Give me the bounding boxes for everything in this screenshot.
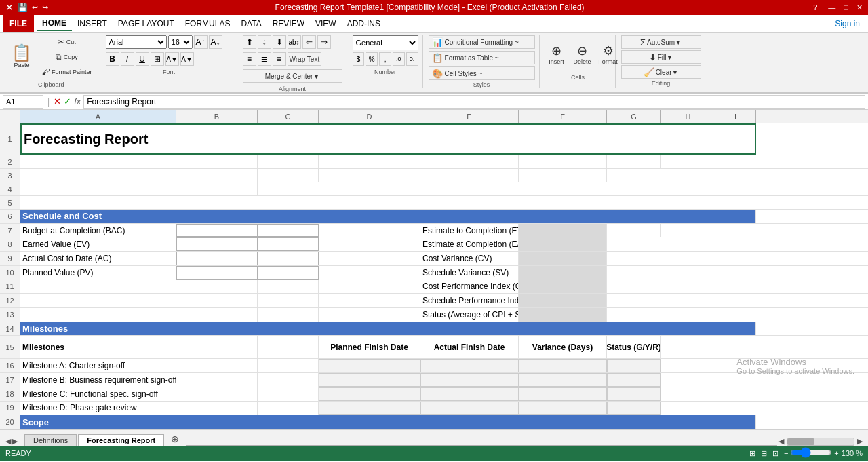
- cell-e15[interactable]: Actual Finish Date: [420, 336, 519, 358]
- cell-e8[interactable]: Estimate at Completion (EAC): [420, 237, 519, 251]
- comma-button[interactable]: ,: [379, 52, 391, 66]
- format-cells-button[interactable]: ⚙ Format: [597, 35, 620, 73]
- cell-a7[interactable]: Budget at Completion (BAC): [20, 224, 176, 237]
- cell-e2[interactable]: [420, 155, 519, 168]
- cell-a19[interactable]: Milestone D: Phase gate review: [20, 402, 176, 415]
- col-header-e[interactable]: E: [420, 110, 519, 123]
- format-painter-button[interactable]: 🖌Format Painter: [38, 65, 96, 79]
- close-btn[interactable]: ✕: [856, 2, 863, 13]
- font-color-button[interactable]: A▼: [180, 52, 194, 66]
- cell-e3[interactable]: [420, 169, 519, 182]
- cell-e19[interactable]: [420, 402, 519, 415]
- cell-reference-box[interactable]: [3, 95, 43, 109]
- cell-d12[interactable]: [319, 294, 420, 307]
- formulas-menu[interactable]: FORMULAS: [180, 17, 236, 31]
- font-name-select[interactable]: Arial: [106, 35, 167, 49]
- cell-d16[interactable]: [319, 359, 420, 372]
- cell-c7[interactable]: [258, 224, 319, 237]
- hscroll-right[interactable]: ▶: [857, 437, 863, 446]
- cell-f15[interactable]: Variance (Days): [519, 336, 607, 358]
- cell-d8[interactable]: [319, 237, 420, 251]
- clear-button[interactable]: 🧹 Clear▼: [621, 65, 701, 79]
- cell-b17[interactable]: [176, 373, 258, 387]
- cell-b19[interactable]: [176, 402, 258, 415]
- cell-styles-button[interactable]: 🎨 Cell Styles ~: [429, 66, 535, 80]
- insert-cells-button[interactable]: ⊕ Insert: [545, 35, 568, 73]
- col-header-d[interactable]: D: [319, 110, 420, 123]
- minimize-btn[interactable]: —: [828, 2, 835, 13]
- border-button[interactable]: ⊞: [151, 52, 164, 66]
- cell-e17[interactable]: [420, 373, 519, 387]
- cell-d17[interactable]: [319, 373, 420, 387]
- indent-decrease-button[interactable]: ⇐: [302, 35, 316, 49]
- font-size-decrease[interactable]: A↓: [209, 35, 222, 49]
- zoom-slider[interactable]: [791, 447, 831, 459]
- cell-a10[interactable]: Planned Value (PV): [20, 266, 176, 280]
- cell-d9[interactable]: [319, 252, 420, 265]
- cell-c2[interactable]: [258, 155, 319, 168]
- cell-b4[interactable]: [176, 182, 258, 195]
- decimal-decrease[interactable]: 0.: [406, 52, 418, 66]
- align-middle-button[interactable]: ↕: [258, 35, 271, 49]
- cell-c15[interactable]: [258, 336, 319, 358]
- cell-b10[interactable]: [176, 266, 258, 280]
- cell-g16[interactable]: [607, 359, 661, 372]
- col-header-b[interactable]: B: [176, 110, 258, 123]
- text-direction-button[interactable]: ab↕: [288, 35, 301, 49]
- cell-h2[interactable]: [661, 155, 715, 168]
- cell-c10[interactable]: [258, 266, 319, 280]
- cell-f16[interactable]: [519, 359, 607, 372]
- cell-f8[interactable]: [519, 237, 607, 251]
- section-header-schedule[interactable]: Schedule and Cost: [20, 210, 756, 223]
- cell-e18[interactable]: [420, 387, 519, 401]
- cell-e12[interactable]: Schedule Performance Index (SPI): [420, 294, 519, 307]
- cell-c18[interactable]: [258, 387, 319, 401]
- zoom-out-btn[interactable]: −: [784, 449, 788, 457]
- cell-c9[interactable]: [258, 252, 319, 265]
- align-right-button[interactable]: ≡: [273, 52, 286, 66]
- cell-c19[interactable]: [258, 402, 319, 415]
- font-size-increase[interactable]: A↑: [194, 35, 208, 49]
- merge-center-button[interactable]: Merge & Center▼: [243, 69, 342, 83]
- cell-c11[interactable]: [258, 280, 319, 294]
- cell-b12[interactable]: [176, 294, 258, 307]
- cell-c12[interactable]: [258, 294, 319, 307]
- cell-b18[interactable]: [176, 387, 258, 401]
- cell-e11[interactable]: Cost Performance Index (CPI): [420, 280, 519, 294]
- percent-button[interactable]: %: [366, 52, 378, 66]
- cell-a8[interactable]: Earned Value (EV): [20, 237, 176, 251]
- col-header-f[interactable]: F: [519, 110, 607, 123]
- cell-b15[interactable]: [176, 336, 258, 358]
- indent-increase-button[interactable]: ⇒: [317, 35, 331, 49]
- fill-color-button[interactable]: A▼: [165, 52, 179, 66]
- view-menu[interactable]: VIEW: [310, 17, 342, 31]
- wrap-text-button[interactable]: Wrap Text: [288, 52, 322, 66]
- section-header-milestones[interactable]: Milestones: [20, 322, 756, 336]
- cell-d10[interactable]: [319, 266, 420, 280]
- underline-button[interactable]: U: [136, 52, 149, 66]
- page-layout-menu[interactable]: PAGE LAYOUT: [113, 17, 180, 31]
- confirm-formula-icon[interactable]: ✓: [64, 96, 71, 107]
- cell-a15[interactable]: Milestones: [20, 336, 176, 358]
- hscroll-bar[interactable]: [787, 438, 854, 446]
- align-top-button[interactable]: ⬆: [243, 35, 256, 49]
- cell-f2[interactable]: [519, 155, 607, 168]
- cell-a12[interactable]: [20, 294, 176, 307]
- zoom-in-btn[interactable]: +: [834, 449, 838, 457]
- cell-f10[interactable]: [519, 266, 607, 280]
- cell-e16[interactable]: [420, 359, 519, 372]
- cell-c13[interactable]: [258, 308, 319, 322]
- cell-d13[interactable]: [319, 308, 420, 322]
- insert-menu[interactable]: INSERT: [72, 17, 113, 31]
- cell-a9[interactable]: Actual Cost to Date (AC): [20, 252, 176, 265]
- quick-access-save[interactable]: 💾: [18, 2, 28, 13]
- cell-g18[interactable]: [607, 387, 661, 401]
- formula-input[interactable]: [83, 95, 865, 109]
- sheet-tab-forecasting-report[interactable]: Forecasting Report: [78, 434, 164, 446]
- cell-b7[interactable]: [176, 224, 258, 237]
- cell-a16[interactable]: Milestone A: Charter sign-off: [20, 359, 176, 372]
- cell-g15[interactable]: Status (G/Y/R): [607, 336, 661, 358]
- col-header-g[interactable]: G: [607, 110, 661, 123]
- fill-button[interactable]: ⬇ Fill▼: [621, 50, 701, 64]
- cell-c3[interactable]: [258, 169, 319, 182]
